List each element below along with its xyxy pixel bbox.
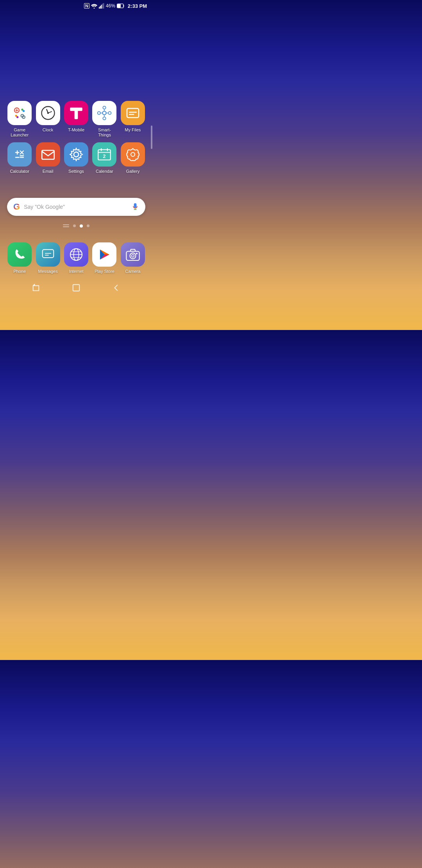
app-grid: GameLauncher Clock T-Mobile	[0, 101, 152, 174]
back-button[interactable]	[107, 282, 125, 296]
dock-camera[interactable]: Camera	[120, 242, 146, 274]
svg-rect-42	[42, 151, 54, 160]
page-indicator-lines	[63, 224, 69, 227]
page-dot-1[interactable]	[73, 224, 76, 227]
app-smartthings[interactable]: Smart-Things	[91, 101, 118, 138]
search-bar-container: G Say "Ok Google"	[0, 198, 152, 216]
app-tmobile[interactable]: T-Mobile	[63, 101, 89, 138]
app-gallery[interactable]: Gallery	[120, 142, 146, 174]
app-calendar[interactable]: 2 Calendar	[91, 142, 118, 174]
battery-icon	[117, 4, 125, 8]
app-calculator[interactable]: Calculator	[6, 142, 33, 174]
svg-rect-32	[127, 108, 139, 117]
recent-apps-button[interactable]	[27, 282, 45, 296]
dock: Phone Messages Internet	[0, 236, 152, 277]
game-launcher-icon	[7, 101, 32, 125]
internet-label: Internet	[69, 269, 83, 274]
myfiles-label: My Files	[125, 127, 141, 133]
phone-icon	[7, 242, 32, 267]
svg-point-43	[74, 152, 79, 157]
gallery-icon	[121, 142, 145, 167]
svg-point-14	[16, 116, 18, 118]
status-bar: N 46% 2:33 PM	[0, 0, 152, 11]
svg-rect-33	[129, 112, 137, 113]
internet-icon	[64, 242, 88, 267]
playstore-icon	[92, 242, 116, 267]
mic-icon[interactable]	[131, 203, 139, 211]
calculator-icon	[7, 142, 32, 167]
app-settings[interactable]: Settings	[63, 142, 89, 174]
svg-point-27	[108, 111, 111, 114]
messages-label: Messages	[38, 269, 58, 274]
svg-point-12	[23, 110, 25, 112]
signal-icon	[99, 3, 104, 9]
messages-icon	[36, 242, 60, 267]
dock-phone[interactable]: Phone	[6, 242, 33, 274]
gallery-label: Gallery	[126, 169, 139, 174]
camera-icon	[121, 242, 145, 267]
svg-point-25	[103, 117, 106, 120]
google-logo: G	[13, 202, 20, 212]
home-button[interactable]	[67, 282, 85, 296]
smartthings-icon	[92, 101, 116, 125]
app-myfiles[interactable]: My Files	[120, 101, 146, 138]
dock-playstore[interactable]: Play Store	[91, 242, 118, 274]
clock-icon	[36, 101, 60, 125]
page-dots	[0, 224, 152, 228]
svg-point-49	[131, 152, 135, 156]
dock-internet[interactable]: Internet	[63, 242, 89, 274]
svg-point-65	[130, 253, 136, 258]
smartthings-label: Smart-Things	[98, 127, 111, 138]
svg-point-23	[103, 111, 106, 115]
status-icons: N 46% 2:33 PM	[84, 3, 147, 9]
game-launcher-label: GameLauncher	[11, 127, 29, 138]
settings-label: Settings	[68, 169, 84, 174]
svg-point-24	[103, 106, 106, 109]
camera-label: Camera	[125, 269, 140, 274]
page-dot-3[interactable]	[87, 224, 89, 227]
email-icon	[36, 142, 60, 167]
svg-point-67	[136, 253, 138, 254]
bottom-nav	[0, 279, 152, 300]
calendar-label: Calendar	[96, 169, 113, 174]
status-time: 2:33 PM	[128, 3, 147, 9]
dock-messages[interactable]: Messages	[34, 242, 61, 274]
wifi-icon	[91, 3, 97, 9]
page-dot-2[interactable]	[80, 224, 83, 228]
battery-percent: 46%	[106, 3, 115, 9]
tmobile-label: T-Mobile	[68, 127, 84, 133]
phone-label: Phone	[13, 269, 26, 274]
clock-label: Clock	[43, 127, 54, 133]
nfc-icon: N	[84, 3, 89, 9]
settings-icon	[64, 142, 88, 167]
svg-rect-34	[129, 114, 134, 115]
app-game-launcher[interactable]: GameLauncher	[6, 101, 33, 138]
svg-point-26	[98, 111, 100, 114]
svg-rect-3	[102, 4, 103, 9]
svg-point-66	[131, 255, 134, 257]
svg-rect-4	[103, 3, 104, 9]
playstore-label: Play Store	[95, 269, 114, 274]
email-label: Email	[43, 169, 54, 174]
svg-point-16	[22, 116, 25, 118]
svg-rect-2	[101, 5, 102, 9]
svg-rect-0	[99, 7, 100, 9]
app-clock[interactable]: Clock	[34, 101, 61, 138]
tmobile-icon	[64, 101, 88, 125]
calculator-label: Calculator	[10, 169, 29, 174]
calendar-icon: 2	[92, 142, 116, 167]
google-search-bar[interactable]: G Say "Ok Google"	[7, 198, 145, 216]
svg-rect-1	[100, 6, 101, 9]
svg-rect-6	[118, 4, 121, 7]
svg-rect-68	[73, 285, 80, 291]
scroll-indicator	[151, 126, 152, 149]
search-hint: Say "Ok Google"	[24, 204, 127, 210]
svg-text:2: 2	[103, 154, 106, 159]
app-email[interactable]: Email	[34, 142, 61, 174]
svg-rect-22	[75, 108, 78, 119]
myfiles-icon	[121, 101, 145, 125]
